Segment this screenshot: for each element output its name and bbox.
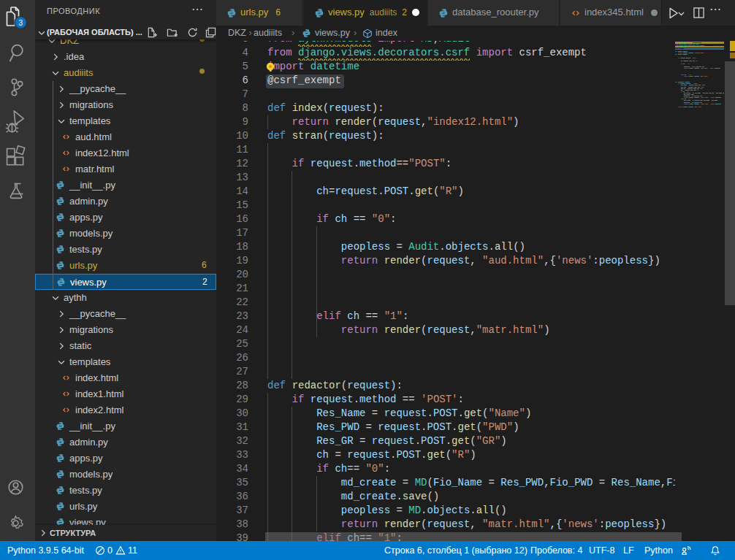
svg-text:3: 3 bbox=[18, 19, 23, 27]
